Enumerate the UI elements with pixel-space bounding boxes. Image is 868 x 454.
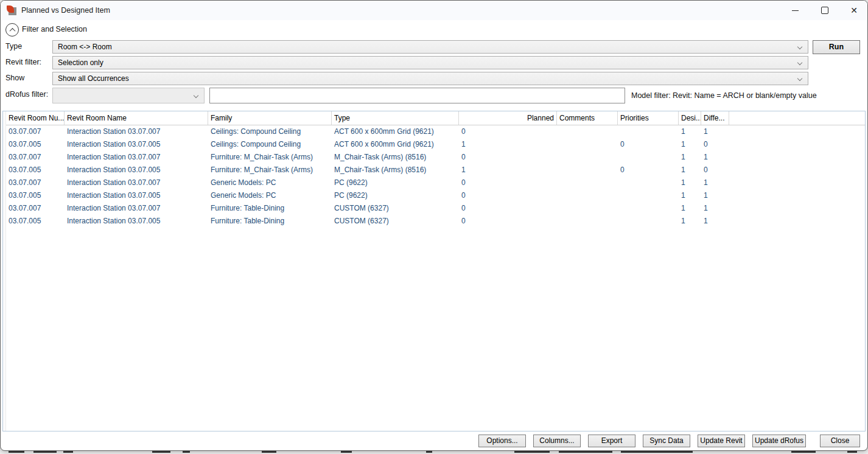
cell-designed: 1 <box>679 138 701 151</box>
chevron-down-icon <box>797 60 802 65</box>
column-header-difference[interactable]: Diffe... <box>701 111 729 125</box>
maximize-icon <box>821 7 828 14</box>
revit-filter-dropdown[interactable]: Selection only <box>52 56 808 69</box>
cell-planned: 0 <box>459 215 557 228</box>
update-revit-button[interactable]: Update Revit <box>698 435 745 447</box>
options-button[interactable]: Options... <box>478 435 526 447</box>
chevron-up-icon <box>9 27 15 33</box>
cell-designed: 1 <box>679 164 701 176</box>
cell-type: M_Chair-Task (Arms) (8516) <box>332 151 459 164</box>
cell-room-name: Interaction Station 03.07.007 <box>65 125 208 138</box>
show-dropdown[interactable]: Show all Occurrences <box>52 72 808 85</box>
close-icon: ✕ <box>850 5 858 15</box>
show-dropdown-value: Show all Occurrences <box>53 74 798 83</box>
cell-difference: 0 <box>701 164 729 176</box>
maximize-button[interactable] <box>811 1 839 20</box>
cell-difference: 1 <box>701 189 729 202</box>
columns-button[interactable]: Columns... <box>533 435 581 447</box>
cell-designed: 1 <box>679 125 701 138</box>
cell-type: M_Chair-Task (Arms) (8516) <box>332 164 459 176</box>
drofus-filter-dropdown[interactable] <box>52 88 205 103</box>
table-row[interactable]: 03.07.007 Interaction Station 03.07.007 … <box>6 202 865 215</box>
cell-family: Furniture: M_Chair-Task (Arms) <box>208 151 332 164</box>
window-title: Planned vs Designed Item <box>21 1 110 20</box>
cell-room-name: Interaction Station 03.07.007 <box>65 202 208 215</box>
cell-planned: 0 <box>459 176 557 189</box>
title-bar[interactable]: Planned vs Designed Item ✕ <box>1 1 867 20</box>
drofus-filter-label: dRofus filter: <box>5 90 48 99</box>
cell-family: Furniture: Table-Dining <box>208 215 332 228</box>
column-header-room-name[interactable]: Revit Room Name <box>65 111 208 125</box>
column-header-comments[interactable]: Comments <box>557 111 618 125</box>
cell-room-name: Interaction Station 03.07.005 <box>65 215 208 228</box>
close-dialog-button[interactable]: Close <box>820 435 860 447</box>
cell-room-number: 03.07.007 <box>6 202 65 215</box>
cell-planned: 0 <box>459 202 557 215</box>
close-button[interactable]: ✕ <box>840 1 868 20</box>
run-button[interactable]: Run <box>813 40 860 54</box>
minimize-icon <box>792 10 799 11</box>
table-row[interactable]: 03.07.005 Interaction Station 03.07.005 … <box>6 189 865 202</box>
cell-difference: 1 <box>701 176 729 189</box>
cell-planned: 1 <box>459 138 557 151</box>
chevron-down-icon <box>797 76 802 81</box>
cell-family: Furniture: M_Chair-Task (Arms) <box>208 164 332 176</box>
table-row[interactable]: 03.07.007 Interaction Station 03.07.007 … <box>6 176 865 189</box>
cell-family: Ceilings: Compound Ceiling <box>208 138 332 151</box>
cell-designed: 1 <box>679 215 701 228</box>
revit-filter-label: Revit filter: <box>5 58 41 66</box>
cell-type: CUSTOM (6327) <box>332 215 459 228</box>
cell-room-number: 03.07.005 <box>6 215 65 228</box>
column-header-type[interactable]: Type <box>332 111 459 125</box>
cell-planned: 1 <box>459 164 557 176</box>
minimize-button[interactable] <box>781 1 809 20</box>
table-row[interactable]: 03.07.007 Interaction Station 03.07.007 … <box>6 125 865 138</box>
cell-difference: 1 <box>701 202 729 215</box>
cell-priorities: 0 <box>618 164 679 176</box>
cell-difference: 1 <box>701 215 729 228</box>
table-row[interactable]: 03.07.005 Interaction Station 03.07.005 … <box>6 215 865 228</box>
cell-type: PC (9622) <box>332 189 459 202</box>
cell-designed: 1 <box>679 189 701 202</box>
type-dropdown-value: Room <-> Room <box>53 43 798 51</box>
cell-type: CUSTOM (6327) <box>332 202 459 215</box>
model-filter-note: Model filter: Revit: Name = ARCH or blan… <box>631 91 817 100</box>
cell-type: PC (9622) <box>332 176 459 189</box>
export-button[interactable]: Export <box>588 435 635 447</box>
type-label: Type <box>5 42 22 51</box>
collapse-filter-button[interactable] <box>5 23 19 37</box>
cell-family: Generic Models: PC <box>208 189 332 202</box>
cell-type: ACT 600 x 600mm Grid (9621) <box>332 125 459 138</box>
type-dropdown[interactable]: Room <-> Room <box>52 40 808 54</box>
app-icon <box>7 5 16 15</box>
cell-room-number: 03.07.007 <box>6 151 65 164</box>
table-row[interactable]: 03.07.005 Interaction Station 03.07.005 … <box>6 164 865 176</box>
column-header-filler <box>729 111 865 125</box>
chevron-down-icon <box>797 44 802 49</box>
cell-room-number: 03.07.005 <box>6 189 65 202</box>
cell-family: Generic Models: PC <box>208 176 332 189</box>
sync-data-button[interactable]: Sync Data <box>643 435 690 447</box>
column-header-planned[interactable]: Planned <box>459 111 557 125</box>
update-drofus-button[interactable]: Update dRofus <box>752 435 806 447</box>
cell-family: Furniture: Table-Dining <box>208 202 332 215</box>
cell-planned: 0 <box>459 189 557 202</box>
table-row[interactable]: 03.07.005 Interaction Station 03.07.005 … <box>6 138 865 151</box>
drofus-filter-input[interactable] <box>209 88 625 103</box>
cell-difference: 0 <box>701 138 729 151</box>
cell-room-number: 03.07.007 <box>6 125 65 138</box>
cell-designed: 1 <box>679 202 701 215</box>
table-row[interactable]: 03.07.007 Interaction Station 03.07.007 … <box>6 151 865 164</box>
cell-room-name: Interaction Station 03.07.007 <box>65 151 208 164</box>
cell-room-name: Interaction Station 03.07.007 <box>65 176 208 189</box>
chevron-down-icon <box>194 93 198 98</box>
column-header-room-number[interactable]: Revit Room Nu... <box>6 111 65 125</box>
cell-designed: 1 <box>679 151 701 164</box>
column-header-priorities[interactable]: Priorities <box>618 111 679 125</box>
cell-room-number: 03.07.007 <box>6 176 65 189</box>
cell-room-name: Interaction Station 03.07.005 <box>65 138 208 151</box>
cell-type: ACT 600 x 600mm Grid (9621) <box>332 138 459 151</box>
column-header-family[interactable]: Family <box>208 111 332 125</box>
column-header-designed[interactable]: Desi... <box>679 111 701 125</box>
planned-vs-designed-dialog: Planned vs Designed Item ✕ Filter and Se… <box>0 0 868 451</box>
